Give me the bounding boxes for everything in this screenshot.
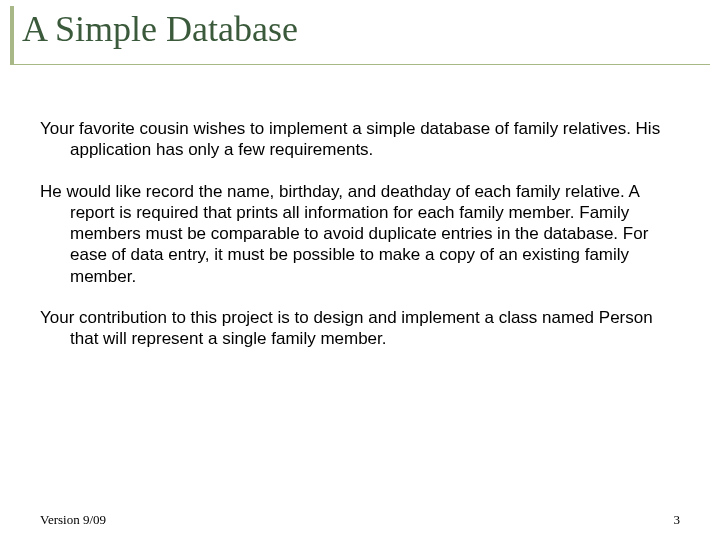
paragraph: He would like record the name, birthday,… bbox=[40, 181, 680, 287]
title-underline bbox=[10, 64, 710, 65]
paragraph: Your favorite cousin wishes to implement… bbox=[40, 118, 680, 161]
paragraph: Your contribution to this project is to … bbox=[40, 307, 680, 350]
footer-version: Version 9/09 bbox=[40, 512, 106, 528]
slide-title: A Simple Database bbox=[22, 8, 298, 50]
content-area: Your favorite cousin wishes to implement… bbox=[40, 118, 680, 369]
footer-page-number: 3 bbox=[674, 512, 681, 528]
title-accent-bar bbox=[10, 6, 14, 64]
footer: Version 9/09 3 bbox=[40, 512, 680, 528]
